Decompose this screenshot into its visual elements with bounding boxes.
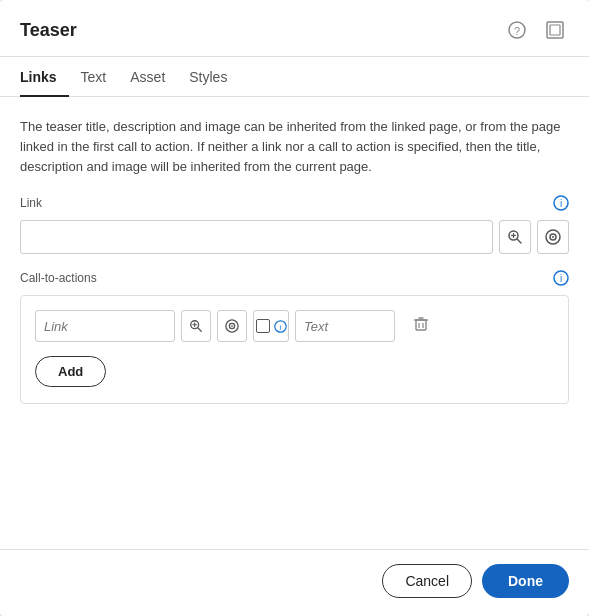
svg-text:?: ? <box>514 25 520 37</box>
help-icon: ? <box>508 21 526 39</box>
svg-text:i: i <box>279 323 281 332</box>
checkbox-square-icon <box>256 319 270 333</box>
tab-asset[interactable]: Asset <box>118 57 177 97</box>
link-input-row <box>20 220 569 254</box>
svg-line-7 <box>517 239 521 243</box>
cta-section: i Add <box>20 295 569 404</box>
svg-text:i: i <box>560 273 562 284</box>
expand-icon <box>546 21 564 39</box>
svg-text:i: i <box>560 198 562 209</box>
dialog-body: The teaser title, description and image … <box>0 97 589 549</box>
link-label: Link <box>20 196 42 210</box>
circle-pick-icon <box>545 229 561 245</box>
description-text: The teaser title, description and image … <box>20 117 569 177</box>
dialog-header: Teaser ? <box>0 0 589 57</box>
svg-point-21 <box>231 326 233 328</box>
cta-info-icon: i <box>553 270 569 290</box>
cta-row: i <box>35 310 554 342</box>
link-circle-pick-button[interactable] <box>537 220 569 254</box>
teaser-dialog: Teaser ? Links Text Asset Styles The tea… <box>0 0 589 616</box>
link-info-icon: i <box>553 195 569 215</box>
link-field-header: Link i <box>20 195 569 215</box>
header-icons: ? <box>503 16 569 44</box>
svg-line-16 <box>198 328 202 332</box>
search-pick-icon <box>507 229 523 245</box>
cta-circle-pick-button[interactable] <box>217 310 247 342</box>
cta-checkbox-info-button[interactable]: i <box>253 310 289 342</box>
svg-point-12 <box>552 236 554 238</box>
cta-field-row: Call-to-actions i <box>20 270 569 404</box>
help-button[interactable]: ? <box>503 16 531 44</box>
cta-circle-pick-icon <box>225 319 239 333</box>
cta-text-input[interactable] <box>295 310 395 342</box>
done-button[interactable]: Done <box>482 564 569 598</box>
cta-delete-button[interactable] <box>407 312 435 340</box>
cta-field-header: Call-to-actions i <box>20 270 569 290</box>
cta-label: Call-to-actions <box>20 271 97 285</box>
expand-button[interactable] <box>541 16 569 44</box>
cta-link-input[interactable] <box>35 310 175 342</box>
dialog-footer: Cancel Done <box>0 549 589 616</box>
tab-links[interactable]: Links <box>20 57 69 97</box>
add-cta-button[interactable]: Add <box>35 356 106 387</box>
link-field-row: Link i <box>20 195 569 254</box>
tabs-bar: Links Text Asset Styles <box>0 57 589 97</box>
link-search-pick-button[interactable] <box>499 220 531 254</box>
tab-styles[interactable]: Styles <box>177 57 239 97</box>
dialog-title: Teaser <box>20 20 77 41</box>
link-input[interactable] <box>20 220 493 254</box>
cta-search-pick-icon <box>189 319 203 333</box>
cancel-button[interactable]: Cancel <box>382 564 472 598</box>
cta-search-pick-button[interactable] <box>181 310 211 342</box>
svg-rect-3 <box>550 25 560 35</box>
svg-rect-24 <box>416 320 426 330</box>
tab-text[interactable]: Text <box>69 57 119 97</box>
cta-checkbox-info-icon: i <box>274 320 287 333</box>
trash-icon <box>413 316 429 332</box>
